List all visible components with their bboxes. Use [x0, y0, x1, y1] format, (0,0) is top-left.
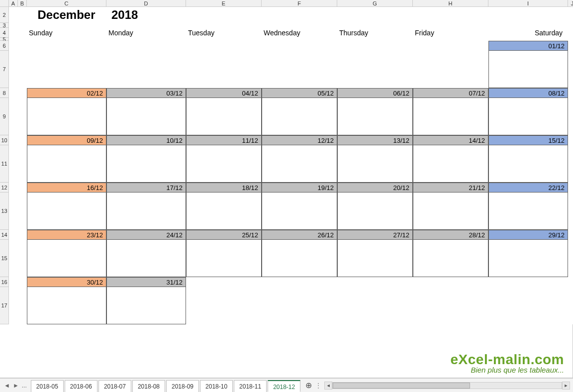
cell-A13[interactable] [9, 193, 18, 230]
day-body[interactable] [262, 98, 337, 135]
tab-next-icon[interactable]: ► [13, 382, 19, 389]
day-body[interactable] [488, 51, 568, 88]
cell-B3[interactable] [18, 23, 27, 28]
cell-J8[interactable] [568, 88, 573, 98]
cell-G17[interactable] [337, 287, 413, 324]
date-cell[interactable]: 14/12 [413, 135, 488, 145]
day-body[interactable] [413, 240, 488, 277]
day-body[interactable] [337, 145, 413, 183]
date-cell[interactable]: 02/12 [27, 88, 106, 98]
row-header-6[interactable]: 6 [0, 41, 9, 51]
tab-prev-icon[interactable]: ◄ [4, 382, 10, 389]
col-header-F[interactable]: F [262, 0, 337, 7]
cell-E6[interactable] [186, 41, 262, 51]
date-cell[interactable]: 06/12 [337, 88, 413, 98]
cell-A6[interactable] [9, 41, 18, 51]
cell-A7[interactable] [9, 51, 18, 88]
cell-A2[interactable] [9, 7, 18, 23]
day-body[interactable] [106, 287, 186, 324]
cell-A14[interactable] [9, 230, 18, 240]
day-body[interactable] [262, 193, 337, 230]
sheet-tab-2018-12[interactable]: 2018-12 [268, 380, 300, 392]
day-body[interactable] [106, 145, 186, 183]
col-header-I[interactable]: I [488, 0, 568, 7]
date-cell[interactable]: 15/12 [488, 135, 568, 145]
date-cell[interactable]: 08/12 [488, 88, 568, 98]
cell-J13[interactable] [568, 193, 573, 230]
cell-J14[interactable] [568, 230, 573, 240]
day-body[interactable] [186, 145, 262, 183]
sheet-tab-2018-06[interactable]: 2018-06 [65, 380, 97, 392]
cell-J17[interactable] [568, 287, 573, 324]
day-body[interactable] [413, 145, 488, 183]
cell-E7[interactable] [186, 51, 262, 88]
cell-G16[interactable] [337, 277, 413, 287]
cell-I3[interactable] [488, 23, 568, 28]
sheet-tab-2018-09[interactable]: 2018-09 [166, 380, 199, 392]
scroll-track[interactable] [332, 382, 562, 389]
cell-F6[interactable] [262, 41, 337, 51]
cell-A8[interactable] [9, 88, 18, 98]
day-body[interactable] [488, 145, 568, 183]
cell-B17[interactable] [18, 287, 27, 324]
cell-B12[interactable] [18, 183, 27, 193]
date-cell[interactable]: 22/12 [488, 183, 568, 193]
spreadsheet-grid[interactable]: ABCDEFGHIJ2December201834SundayMondayTue… [0, 0, 573, 378]
day-body[interactable] [27, 145, 106, 183]
cell-A17[interactable] [9, 287, 18, 324]
date-cell[interactable]: 11/12 [186, 135, 262, 145]
tab-ellipsis[interactable]: ... [22, 382, 27, 389]
date-cell[interactable]: 27/12 [337, 230, 413, 240]
cell-H17[interactable] [413, 287, 488, 324]
row-header-10[interactable]: 10 [0, 135, 9, 145]
day-body[interactable] [413, 193, 488, 230]
day-body[interactable] [262, 240, 337, 277]
cell-B4[interactable] [18, 28, 27, 38]
cell-C3[interactable] [27, 23, 106, 28]
cell-F3[interactable] [262, 23, 337, 28]
day-body[interactable] [27, 98, 106, 135]
date-cell[interactable]: 29/12 [488, 230, 568, 240]
cell-B2[interactable] [18, 7, 27, 23]
cell-J11[interactable] [568, 145, 573, 183]
date-cell[interactable]: 21/12 [413, 183, 488, 193]
row-header-12[interactable]: 12 [0, 183, 9, 193]
date-cell[interactable]: 17/12 [106, 183, 186, 193]
cell-I16[interactable] [488, 277, 568, 287]
cell-J9[interactable] [568, 98, 573, 135]
select-all-corner[interactable] [0, 0, 9, 7]
cell-B14[interactable] [18, 230, 27, 240]
date-cell[interactable]: 16/12 [27, 183, 106, 193]
day-body[interactable] [186, 240, 262, 277]
cell-D7[interactable] [106, 51, 186, 88]
cell-G6[interactable] [337, 41, 413, 51]
cell-J10[interactable] [568, 135, 573, 145]
cell-G7[interactable] [337, 51, 413, 88]
cell-J16[interactable] [568, 277, 573, 287]
cell-H6[interactable] [413, 41, 488, 51]
sheet-tab-2018-05[interactable]: 2018-05 [31, 380, 64, 392]
sheet-tab-2018-07[interactable]: 2018-07 [98, 380, 131, 392]
col-header-B[interactable]: B [18, 0, 27, 7]
row-header-16[interactable]: 16 [0, 277, 9, 287]
scroll-left-icon[interactable]: ◄ [324, 382, 332, 390]
cell-B15[interactable] [18, 240, 27, 277]
day-body[interactable] [27, 240, 106, 277]
cell-J2[interactable] [568, 7, 573, 23]
day-body[interactable] [488, 240, 568, 277]
row-header-11[interactable]: 11 [0, 145, 9, 183]
day-body[interactable] [106, 240, 186, 277]
cell-H16[interactable] [413, 277, 488, 287]
cell-A10[interactable] [9, 135, 18, 145]
cell-A11[interactable] [9, 145, 18, 183]
cell-D6[interactable] [106, 41, 186, 51]
cell-B9[interactable] [18, 98, 27, 135]
row-header-8[interactable]: 8 [0, 88, 9, 98]
day-body[interactable] [186, 98, 262, 135]
cell-A3[interactable] [9, 23, 18, 28]
col-header-C[interactable]: C [27, 0, 106, 7]
cell-B10[interactable] [18, 135, 27, 145]
date-cell[interactable]: 04/12 [186, 88, 262, 98]
cell-G3[interactable] [337, 23, 413, 28]
date-cell[interactable]: 10/12 [106, 135, 186, 145]
